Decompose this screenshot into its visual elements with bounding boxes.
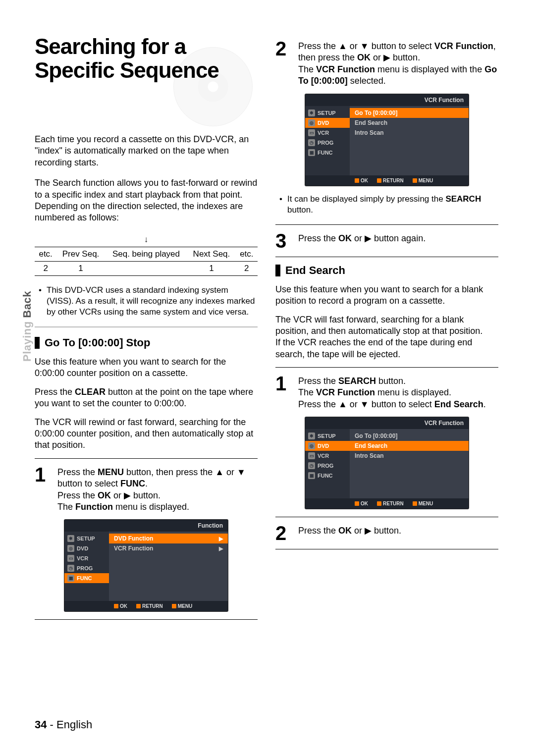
step-number: 2 (275, 524, 293, 542)
grid-icon: ▦ (67, 575, 74, 582)
osd-row-vcr-function: VCR Function▶ (109, 543, 228, 553)
step-2-text: Press the ▲ or ▼ button to select VCR Fu… (298, 40, 498, 87)
step-3-text: Press the OK or ▶ button again. (298, 232, 498, 250)
osd-row-introscan: Intro Scan (350, 128, 469, 138)
ok-icon (114, 604, 118, 608)
osd-side-dvd: ◎DVD (64, 543, 109, 553)
left-column: Searching for a Specific Sequence Each t… (35, 35, 258, 627)
osd-title: VCR Function (305, 417, 469, 429)
idx-v4: 2 (236, 261, 258, 275)
divider (275, 549, 498, 549)
osd-row-goto: Go To [0:00:00] (350, 431, 469, 441)
idx-arrow: ↓ (105, 233, 188, 247)
step-number: 3 (275, 232, 293, 250)
step-1-text: Press the MENU button, then press the ▲ … (57, 466, 258, 513)
right-column: 2 Press the ▲ or ▼ button to select VCR … (275, 35, 498, 627)
goto-p1: Use this feature when you want to search… (35, 356, 258, 379)
osd-footer: OK RETURN MENU (64, 601, 228, 611)
osd-side-func: ▦FUNC (64, 573, 109, 583)
osd-row-endsearch: End Search (350, 118, 469, 128)
clock-icon: ◷ (308, 462, 315, 469)
osd-row-goto: Go To [0:00:00] (350, 108, 469, 118)
divider (275, 517, 498, 517)
osd-main: DVD Function▶ VCR Function▶ (109, 532, 228, 601)
side-tab: Playing Back (21, 291, 34, 362)
step-number: 2 (275, 40, 293, 87)
divider (35, 326, 258, 327)
osd-side-vcr: ▭VCR (64, 553, 109, 563)
osd-side-setup: ✱SETUP (64, 534, 109, 543)
menu-icon (172, 604, 176, 608)
gear-icon: ✱ (308, 109, 315, 116)
idx-h3: Next Seq. (187, 247, 235, 261)
idx-h0: etc. (35, 247, 56, 261)
end-p1: Use this feature when you want to search… (275, 284, 498, 307)
step-number: 1 (275, 375, 293, 410)
goto-p3: The VCR will rewind or fast forward, sea… (35, 417, 258, 451)
page-number: 34 (35, 718, 47, 731)
clock-icon: ◷ (67, 565, 74, 572)
page-title: Searching for a Specific Sequence (35, 35, 258, 82)
divider (275, 257, 498, 257)
dvd-icon: ◎ (308, 119, 315, 126)
osd-row-introscan: Intro Scan (350, 451, 469, 461)
dvd-icon: ◎ (67, 545, 74, 552)
side-tab-dark: Back (21, 291, 33, 318)
divider (275, 224, 498, 225)
divider (35, 619, 258, 620)
idx-h2: Seq. being played (105, 247, 188, 261)
step-1: 1 Press the MENU button, then press the … (35, 466, 258, 513)
osd-sidebar: ✱SETUP ◎DVD ▭VCR ◷PROG ▦FUNC (64, 532, 109, 601)
subhead-goto-text: Go To [0:00:00] Stop (45, 336, 151, 349)
dvd-icon: ◎ (308, 442, 315, 449)
vcr-icon: ▭ (67, 555, 74, 562)
vcr-icon: ▭ (308, 452, 315, 459)
chevron-right-icon: ▶ (219, 545, 223, 552)
osd-row-dvd-function: DVD Function▶ (109, 534, 228, 543)
osd-function-menu: Function ✱SETUP ◎DVD ▭VCR ◷PROG ▦FUNC DV… (64, 520, 228, 611)
end-step-1: 1 Press the SEARCH button. The VCR Funct… (275, 375, 498, 410)
step-2: 2 Press the ▲ or ▼ button to select VCR … (275, 40, 498, 87)
search-note: It can be displayed simply by pressing t… (275, 194, 498, 216)
index-table: ↓ etc. Prev Seq. Seq. being played Next … (35, 233, 258, 276)
osd-row-endsearch: End Search (350, 441, 469, 451)
intro-para-1: Each time you record a cassette on this … (35, 134, 258, 168)
subhead-goto: Go To [0:00:00] Stop (35, 336, 258, 349)
title-block: Searching for a Specific Sequence (35, 35, 258, 109)
end-step-1-text: Press the SEARCH button. The VCR Functio… (298, 375, 498, 410)
clock-icon: ◷ (308, 139, 315, 146)
viss-note: This DVD-VCR uses a standard indexing sy… (35, 285, 258, 318)
end-p2: The VCR will fast forward, searching for… (275, 314, 498, 361)
vcr-icon: ▭ (308, 129, 315, 136)
end-step-2: 2 Press the OK or ▶ button. (275, 524, 498, 542)
divider (35, 458, 258, 459)
osd-vcr-function-goto: VCR Function ✱SETUP ◎DVD ▭VCR ◷PROG ▦FUN… (305, 94, 469, 186)
grid-icon: ▦ (308, 149, 315, 156)
intro-para-2: The Search function allows you to fast-f… (35, 177, 258, 224)
divider (275, 367, 498, 368)
osd-vcr-function-endsearch: VCR Function ✱SETUP ◎DVD ▭VCR ◷PROG ▦FUN… (305, 417, 469, 509)
step-number: 1 (35, 466, 53, 513)
page-language: English (56, 718, 92, 731)
subhead-endsearch-text: End Search (285, 264, 345, 277)
idx-h4: etc. (236, 247, 258, 261)
end-step-2-text: Press the OK or ▶ button. (298, 524, 498, 542)
idx-v2: 1 (56, 261, 105, 275)
osd-title: VCR Function (305, 94, 469, 106)
chevron-right-icon: ▶ (219, 536, 223, 542)
side-tab-light: Playing (21, 318, 33, 362)
goto-p2: Press the CLEAR button at the point on t… (35, 386, 258, 410)
idx-v3: 1 (187, 261, 235, 275)
page-footer: 34 - English (35, 718, 92, 731)
idx-h1: Prev Seq. (56, 247, 105, 261)
gear-icon: ✱ (67, 535, 74, 542)
gear-icon: ✱ (308, 432, 315, 439)
return-icon (136, 604, 141, 608)
osd-title: Function (64, 520, 228, 532)
idx-v1: 2 (35, 261, 56, 275)
step-3: 3 Press the OK or ▶ button again. (275, 232, 498, 250)
subhead-endsearch: End Search (275, 264, 498, 277)
grid-icon: ▦ (308, 472, 315, 479)
osd-side-prog: ◷PROG (64, 563, 109, 573)
